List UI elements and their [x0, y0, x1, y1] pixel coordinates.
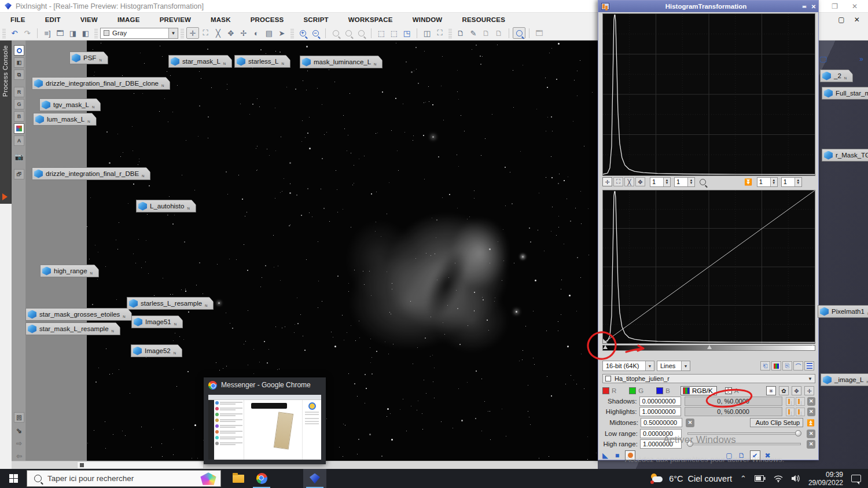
iconized-image-tab[interactable]: r_Mask_TGV N: [822, 149, 868, 162]
highlights-clip-alt-icon[interactable]: [796, 408, 804, 416]
green-channel-icon[interactable]: G: [14, 99, 24, 109]
shadows-slider-marker[interactable]: [603, 345, 608, 349]
gear-icon[interactable]: ✿: [779, 386, 789, 395]
high-range-reset-icon[interactable]: ✕: [807, 440, 815, 449]
fit-frame-icon[interactable]: ⛶: [433, 27, 446, 39]
edit-process-icon[interactable]: ✎: [467, 27, 480, 39]
edit-script-icon[interactable]: ≡]: [41, 27, 54, 39]
iconized-image-tab[interactable]: _2 N: [820, 69, 853, 82]
levels-gradient-bar[interactable]: [602, 345, 815, 351]
chevron-down-icon[interactable]: ▼: [681, 361, 690, 370]
mdi-maximize-icon[interactable]: ▢: [838, 16, 845, 24]
shrink-view-icon[interactable]: ╳: [212, 27, 225, 39]
layers-icon[interactable]: ⧉: [14, 69, 24, 80]
rgb-histogram-icon[interactable]: [771, 361, 781, 370]
view-selector[interactable]: Ha_titophe_julien_r ▼: [602, 374, 815, 383]
new-process-icon[interactable]: 🗋: [454, 27, 467, 39]
menu-item-window[interactable]: WINDOW: [413, 16, 443, 23]
main-image-window[interactable]: [87, 41, 598, 461]
menu-item-process[interactable]: PROCESS: [251, 16, 284, 23]
new-instance-triangle-icon[interactable]: ◣: [602, 451, 608, 460]
zoom-fit-window-icon[interactable]: [342, 27, 355, 39]
dialog-close-icon[interactable]: ✕: [809, 3, 818, 10]
low-range-slider-thumb[interactable]: [795, 430, 801, 436]
alpha-channel-toggle[interactable]: A: [725, 387, 739, 394]
taskbar-preview-popup[interactable]: Messenger - Google Chrome: [204, 377, 326, 464]
rgbk-channel-toggle[interactable]: RGB/K: [681, 386, 717, 395]
undo-icon[interactable]: ↶: [8, 27, 21, 39]
input-histogram-plot[interactable]: [602, 13, 815, 176]
iconized-image-tab[interactable]: Image51 N: [131, 315, 183, 328]
invert-mask-icon[interactable]: ◐: [250, 27, 263, 39]
iconized-image-tab[interactable]: tgv_mask_L N: [39, 98, 101, 111]
cascade-windows-icon[interactable]: 🗗: [14, 169, 24, 179]
dialog-titlebar[interactable]: HistogramTransformation ≖ ✕: [598, 1, 818, 12]
track-view-icon[interactable]: ✥: [792, 386, 801, 395]
iconized-image-tab[interactable]: star_mask_L_resample N: [25, 322, 120, 335]
split-window-icon[interactable]: ◫: [421, 27, 433, 39]
highlights-reset-icon[interactable]: ✕: [807, 408, 815, 416]
diagonal-arrow-icon[interactable]: ⇘: [14, 425, 24, 436]
iconized-image-tab[interactable]: starless_L_resample N: [127, 297, 214, 310]
iconized-image-tab[interactable]: mask_luminance_L N: [300, 56, 382, 68]
menu-item-mask[interactable]: MASK: [211, 16, 231, 23]
apply-square-icon[interactable]: ■: [615, 452, 619, 460]
horizontal-zoom-spinner[interactable]: ▲▼: [650, 177, 671, 187]
colorspace-combobox[interactable]: Gray ▼: [100, 28, 178, 39]
notification-center-icon[interactable]: [851, 475, 861, 482]
output-zoom-y-value[interactable]: [782, 178, 795, 185]
raise-dialog-icon[interactable]: ⏫: [807, 419, 815, 427]
new-instance-icon[interactable]: [14, 45, 24, 56]
pixinsight-taskbar-button[interactable]: [303, 469, 326, 488]
log-histogram-icon[interactable]: ⎗: [760, 361, 770, 370]
taskbar-search-input[interactable]: Taper ici pour rechercher: [27, 470, 221, 487]
new-preview-mode-icon[interactable]: ⬚: [375, 27, 388, 39]
highlights-slider-marker[interactable]: [810, 345, 815, 349]
menu-item-workspace[interactable]: WORKSPACE: [348, 16, 393, 23]
green-channel-toggle[interactable]: G: [629, 387, 643, 394]
vertical-zoom-value[interactable]: [675, 178, 687, 185]
menu-item-file[interactable]: FILE: [10, 16, 25, 23]
zoom-out-horz-icon[interactable]: ╳: [624, 177, 634, 186]
browse-process-icon[interactable]: 🗋: [480, 27, 492, 39]
clone-process-icon[interactable]: 🗋: [492, 27, 505, 39]
iconized-image-tab[interactable]: star_mask_grosses_etoiles N: [25, 308, 132, 321]
shadows-reset-icon[interactable]: ✕: [807, 397, 815, 406]
taskbar-clock[interactable]: 09:39 29/09/2022: [808, 471, 843, 487]
expand-panels-icon[interactable]: ⏬: [744, 178, 752, 186]
table-grid-icon[interactable]: [804, 361, 814, 370]
restore-window-icon[interactable]: ❐: [832, 0, 838, 13]
output-zoom-x-value[interactable]: [757, 178, 770, 185]
speaker-icon[interactable]: [791, 475, 800, 482]
iconized-image-tab[interactable]: lum_mask_L N: [33, 113, 97, 126]
zoom-11-icon[interactable]: [329, 27, 342, 39]
menu-item-view[interactable]: VIEW: [80, 16, 98, 23]
red-channel-icon[interactable]: R: [14, 87, 24, 97]
resolution-combobox[interactable]: 16-bit (64K) ▼: [602, 361, 654, 371]
shadows-clip-icon[interactable]: [786, 397, 795, 406]
iconized-image-tab[interactable]: starless_L N: [234, 55, 290, 68]
mask-toggle-icon[interactable]: ◧: [14, 57, 24, 68]
start-button[interactable]: [0, 469, 27, 488]
iconized-image-tab[interactable]: Full_star_mask N: [822, 87, 868, 100]
iconized-image-tab[interactable]: drizzle_integration_final_r_DBE_clone N: [32, 77, 170, 90]
zoom-in-horz-icon[interactable]: ⛶: [613, 177, 623, 186]
transfer-function-plot[interactable]: [602, 190, 815, 344]
iconized-image-tab[interactable]: drizzle_integration_final_r_DBE N: [32, 167, 150, 180]
screenshot-camera-icon[interactable]: 📷: [14, 152, 24, 162]
iconized-image-tab[interactable]: L_autohisto N: [136, 200, 196, 212]
chevron-down-icon[interactable]: ▼: [808, 376, 812, 381]
auto-clip-setup-button[interactable]: Auto Clip Setup: [750, 418, 803, 427]
shadows-input[interactable]: [639, 397, 681, 406]
zoom-in-icon[interactable]: +: [296, 27, 309, 39]
wifi-icon[interactable]: [774, 475, 783, 482]
process-console-tab[interactable]: Process Console: [0, 41, 12, 204]
vertical-zoom-spinner[interactable]: ▲▼: [674, 177, 695, 187]
clone-image-icon[interactable]: ◧: [79, 27, 92, 39]
process-explorer-icon[interactable]: 🗔: [533, 27, 546, 39]
select-view-icon[interactable]: ▤: [263, 27, 275, 39]
curve-grid-icon[interactable]: ⌒: [793, 361, 803, 370]
output-zoom-x-spinner[interactable]: ▲▼: [757, 177, 778, 187]
rgb-palette-icon[interactable]: [14, 123, 24, 134]
menu-item-resources[interactable]: RESOURCES: [462, 16, 505, 23]
